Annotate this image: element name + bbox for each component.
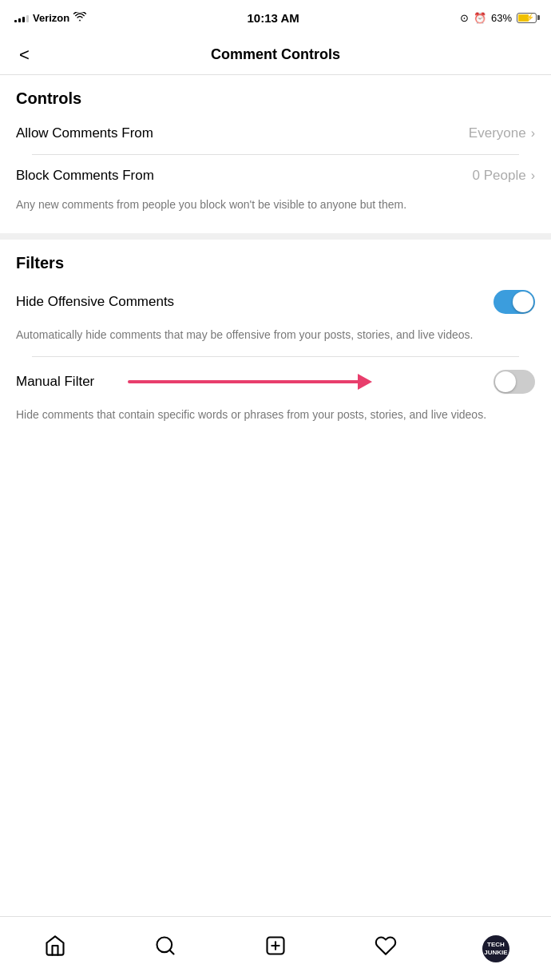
nav-home-button[interactable]	[35, 929, 75, 969]
profile-avatar: TECHJUNKIE	[482, 935, 509, 962]
signal-bars	[14, 13, 29, 22]
arrow-shaft	[128, 380, 359, 383]
section-divider	[0, 233, 551, 240]
hide-offensive-row: Hide Offensive Comments	[16, 277, 535, 327]
battery-indicator: ⚡	[517, 13, 537, 23]
page-title: Comment Controls	[211, 46, 340, 63]
block-comments-chevron: ›	[531, 169, 535, 183]
wifi-icon	[73, 12, 86, 24]
hide-offensive-toggle[interactable]	[494, 290, 535, 314]
controls-helper-text: Any new comments from people you block w…	[16, 196, 535, 225]
nav-bar: < Comment Controls	[0, 35, 551, 75]
allow-comments-chevron: ›	[531, 126, 535, 141]
alarm-icon: ⏰	[474, 12, 486, 24]
arrow-head	[358, 374, 372, 390]
status-bar: Verizon 10:13 AM ⊙ ⏰ 63% ⚡	[0, 0, 551, 35]
profile-icon-label: TECHJUNKIE	[484, 941, 507, 956]
arrow-annotation	[128, 374, 372, 390]
charging-icon: ⚡	[525, 14, 534, 22]
filters-section-title: Filters	[16, 254, 535, 272]
allow-comments-value-container: Everyone ›	[469, 125, 535, 141]
block-comments-value-container: 0 People ›	[473, 168, 535, 184]
nav-search-button[interactable]	[145, 929, 185, 969]
block-comments-row[interactable]: Block Comments From 0 People ›	[16, 155, 535, 196]
lock-icon: ⊙	[460, 12, 469, 24]
manual-filter-row: Manual Filter	[16, 357, 535, 407]
toggle-knob-offensive	[513, 292, 533, 312]
allow-comments-row[interactable]: Allow Comments From Everyone ›	[16, 113, 535, 154]
controls-section: Controls Allow Comments From Everyone › …	[0, 75, 551, 225]
block-comments-value: 0 People	[473, 168, 526, 184]
manual-filter-label: Manual Filter	[16, 374, 94, 390]
back-button[interactable]: <	[13, 38, 36, 72]
svg-line-1	[169, 950, 173, 954]
allow-comments-value: Everyone	[469, 125, 526, 141]
nav-profile-button[interactable]: TECHJUNKIE	[476, 929, 516, 969]
manual-filter-helper: Hide comments that contain specific word…	[16, 407, 535, 435]
status-left: Verizon	[14, 12, 86, 24]
battery-percent: 63%	[491, 12, 512, 24]
search-icon	[154, 934, 176, 962]
add-icon	[264, 934, 287, 962]
home-icon	[44, 934, 66, 962]
manual-filter-toggle[interactable]	[494, 370, 535, 394]
hide-offensive-helper: Automatically hide comments that may be …	[16, 327, 535, 355]
block-comments-label: Block Comments From	[16, 168, 154, 184]
hide-offensive-label: Hide Offensive Comments	[16, 294, 174, 310]
status-time: 10:13 AM	[247, 11, 299, 25]
filters-section: Filters Hide Offensive Comments Automati…	[0, 240, 551, 435]
heart-icon	[375, 934, 397, 962]
controls-section-title: Controls	[16, 89, 535, 108]
allow-comments-label: Allow Comments From	[16, 125, 153, 141]
bottom-nav: TECHJUNKIE	[0, 916, 551, 980]
nav-add-button[interactable]	[256, 929, 295, 969]
carrier-label: Verizon	[33, 12, 69, 24]
toggle-knob-manual	[495, 371, 516, 392]
nav-heart-button[interactable]	[366, 929, 406, 969]
main-content: Controls Allow Comments From Everyone › …	[0, 75, 551, 916]
status-right: ⊙ ⏰ 63% ⚡	[460, 12, 537, 24]
